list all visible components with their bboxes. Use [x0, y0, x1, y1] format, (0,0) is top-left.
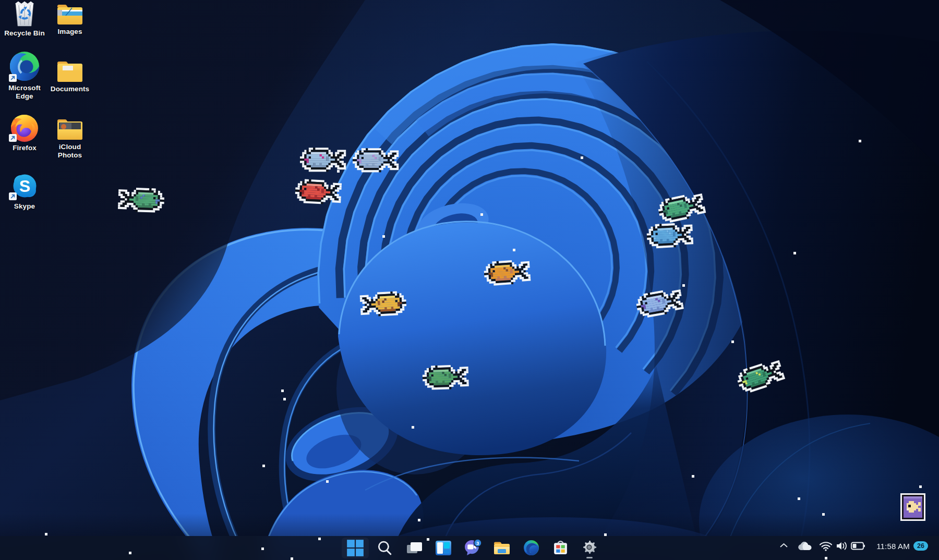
svg-text:3: 3 — [476, 540, 479, 546]
